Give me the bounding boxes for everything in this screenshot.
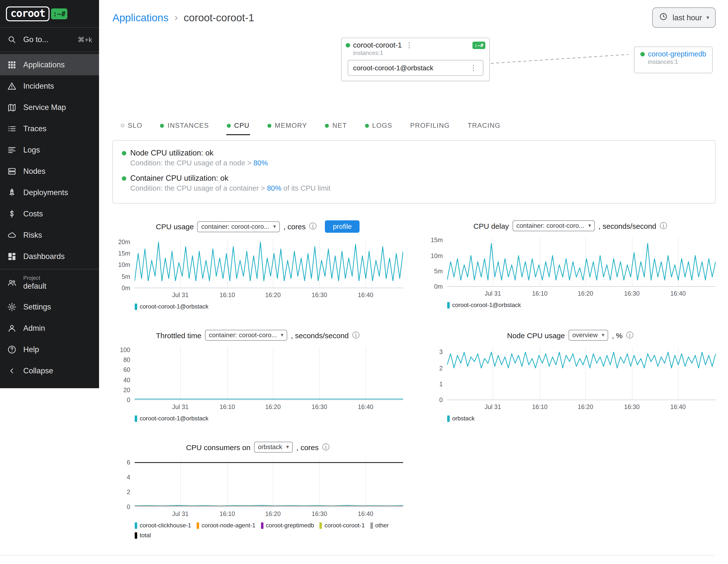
y-axis: 20m15m10m5m0m xyxy=(112,239,135,288)
sidebar-item-nodes[interactable]: Nodes xyxy=(0,160,99,182)
legend-item-other[interactable]: other xyxy=(370,522,389,529)
sidebar-item-label: Collapse xyxy=(23,366,53,375)
instance-box[interactable]: coroot-coroot-1@orbstack ⋮ xyxy=(348,60,483,76)
chart-legend: orbstack xyxy=(447,415,716,422)
info-icon[interactable]: ⓘ xyxy=(322,442,330,452)
info-icon[interactable]: ⓘ xyxy=(352,331,360,340)
chart-selector[interactable]: container: coroot-coro...▾ xyxy=(197,221,280,232)
tab-instances[interactable]: INSTANCES xyxy=(160,119,209,135)
kebab-menu-icon[interactable]: ⋮ xyxy=(469,64,478,72)
sidebar-item-applications[interactable]: Applications xyxy=(0,54,99,75)
x-tick-label: 16:40 xyxy=(670,404,686,410)
tab-slo[interactable]: SLO xyxy=(120,119,143,135)
legend-item-total[interactable]: total xyxy=(135,532,151,539)
rocket-icon xyxy=(7,187,17,197)
kebab-menu-icon[interactable]: ⋮ xyxy=(405,41,414,49)
x-tick-label: 16:30 xyxy=(624,290,640,297)
sidebar-item-label: Logs xyxy=(23,145,40,154)
y-tick-label: 20 xyxy=(123,387,130,394)
legend-item-coroot-coroot-1-orbstack[interactable]: coroot-coroot-1@orbstack xyxy=(135,303,208,310)
dashboard-icon xyxy=(7,251,17,261)
chart-plot-area: 15m10m5m0m xyxy=(425,237,716,287)
chart-unit: , % xyxy=(612,331,623,339)
tab-logs[interactable]: LOGS xyxy=(364,119,393,135)
chart-selector[interactable]: container: coroot-coro...▾ xyxy=(512,220,595,231)
y-tick-label: 0m xyxy=(122,285,130,292)
info-icon[interactable]: ⓘ xyxy=(660,221,667,231)
status-dot xyxy=(641,52,645,56)
legend-label: coroot-coroot-1@orbstack xyxy=(452,302,521,308)
x-tick-label: 16:30 xyxy=(312,292,327,299)
legend-item-coroot-greptimedb[interactable]: coroot-greptimedb xyxy=(261,522,314,529)
sidebar-item-risks[interactable]: Risks xyxy=(0,224,99,246)
breadcrumb: Applications › coroot-coroot-1 xyxy=(112,12,254,24)
instances-label: instances:1 xyxy=(353,50,485,56)
legend-label: coroot-node-agent-1 xyxy=(202,522,256,529)
sidebar-item-incidents[interactable]: Incidents xyxy=(0,75,99,97)
sidebar-item-admin[interactable]: Admin xyxy=(0,317,99,339)
sidebar-item-label: Traces xyxy=(23,124,47,133)
tab-profiling[interactable]: PROFILING xyxy=(410,119,450,135)
legend-item-coroot-coroot-1[interactable]: coroot-coroot-1 xyxy=(319,522,365,529)
chart-plot-area: 100806040200 xyxy=(112,347,403,400)
sidebar-item-deployments[interactable]: Deployments xyxy=(0,182,99,203)
y-tick-label: 3 xyxy=(439,349,443,356)
coroot-logo[interactable]: coroot :~# xyxy=(0,0,99,27)
chart-title: Throttled time xyxy=(156,331,201,339)
legend-item-coroot-node-agent-1[interactable]: coroot-node-agent-1 xyxy=(197,522,256,529)
profile-button[interactable]: profile xyxy=(325,220,360,233)
goto-shortcut: ⌘+k xyxy=(78,36,92,44)
tab-net[interactable]: NET xyxy=(324,119,347,135)
check-threshold-link[interactable]: 80% xyxy=(267,184,281,192)
tab-tracing[interactable]: TRACING xyxy=(467,119,501,135)
tab-label: INSTANCES xyxy=(168,122,209,129)
chart-selector[interactable]: orbstack▾ xyxy=(254,442,293,453)
app-card-coroot-greptimedb[interactable]: coroot-greptimedb instances:1 xyxy=(634,47,713,73)
y-tick-label: 10m xyxy=(118,262,130,269)
check-condition-text: of its CPU limit xyxy=(281,184,330,192)
breadcrumb-link-applications[interactable]: Applications xyxy=(112,12,168,24)
y-tick-label: 40 xyxy=(123,377,130,384)
sidebar-item-logs[interactable]: Logs xyxy=(0,139,99,160)
app-type-badge: :~# xyxy=(472,41,485,49)
people-icon xyxy=(7,278,17,288)
logo-text: coroot xyxy=(6,6,50,21)
check-node-cpu-utilization-ok: Node CPU utilization: okCondition: the C… xyxy=(122,149,706,167)
y-axis: 100806040200 xyxy=(112,347,135,400)
sidebar-item-help[interactable]: Help xyxy=(0,339,99,360)
sidebar-item-costs[interactable]: Costs xyxy=(0,203,99,224)
sidebar-item-label: Service Map xyxy=(23,103,66,112)
y-tick-label: 2 xyxy=(439,365,443,372)
info-icon[interactable]: ⓘ xyxy=(309,222,316,231)
sidebar-item-traces[interactable]: Traces xyxy=(0,118,99,139)
chart-title-row: CPU usagecontainer: coroot-coro...▾, cor… xyxy=(112,220,403,233)
check-threshold-link[interactable]: 80% xyxy=(253,159,268,167)
report-tabs: SLOINSTANCESCPUMEMORYNETLOGSPROFILINGTRA… xyxy=(120,119,716,135)
sidebar-item-settings[interactable]: Settings xyxy=(0,296,99,317)
legend-item-coroot-coroot-1-orbstack[interactable]: coroot-coroot-1@orbstack xyxy=(447,302,521,308)
chart-selector[interactable]: container: coroot-coro...▾ xyxy=(205,330,287,341)
legend-item-coroot-coroot-1-orbstack[interactable]: coroot-coroot-1@orbstack xyxy=(135,415,208,422)
y-tick-label: 1 xyxy=(439,381,443,388)
tab-label: NET xyxy=(332,122,347,129)
cloud-icon xyxy=(7,230,17,240)
chart-selector[interactable]: overview▾ xyxy=(568,330,608,341)
info-icon[interactable]: ⓘ xyxy=(626,331,633,340)
status-dot xyxy=(325,124,329,128)
goto-search[interactable]: Go to... ⌘+k xyxy=(0,28,99,51)
sidebar-item-service-map[interactable]: Service Map xyxy=(0,97,99,118)
check-container-cpu-utilization-ok: Container CPU utilization: okCondition: … xyxy=(122,174,706,192)
time-range-selector[interactable]: last hour ▾ xyxy=(652,7,716,28)
tab-memory[interactable]: MEMORY xyxy=(267,119,308,135)
sidebar-item-collapse[interactable]: Collapse xyxy=(0,360,99,381)
x-tick-label: 16:20 xyxy=(265,511,281,517)
check-title: Node CPU utilization: ok xyxy=(130,149,213,157)
sidebar-item-project[interactable]: Project default xyxy=(0,269,99,296)
sidebar-item-dashboards[interactable]: Dashboards xyxy=(0,246,99,267)
legend-item-orbstack[interactable]: orbstack xyxy=(447,415,475,422)
legend-item-coroot-clickhouse-1[interactable]: coroot-clickhouse-1 xyxy=(135,522,191,529)
tab-cpu[interactable]: CPU xyxy=(226,119,250,135)
peer-app-link[interactable]: coroot-greptimedb xyxy=(648,50,706,58)
app-card-coroot-coroot-1[interactable]: coroot-coroot-1 ⋮ :~# instances:1 coroot… xyxy=(341,38,490,81)
chart-title-row: CPU consumers onorbstack▾, coresⓘ xyxy=(112,442,403,453)
